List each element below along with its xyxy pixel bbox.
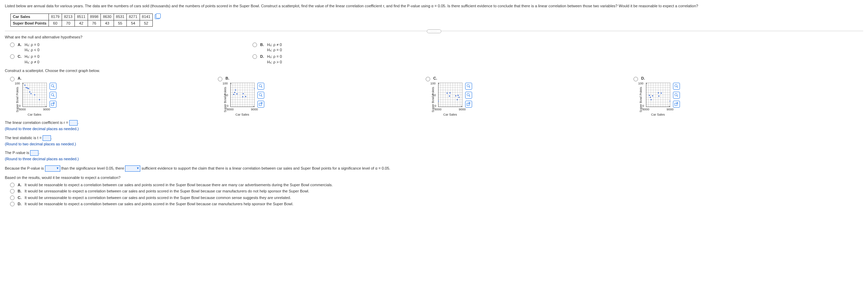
svg-point-64 (234, 92, 235, 93)
x-axis-label: Car Sales (438, 112, 462, 117)
svg-point-68 (245, 96, 246, 97)
svg-point-70 (236, 93, 237, 94)
svg-point-65 (235, 89, 236, 90)
row-label-car-sales: Car Sales (11, 14, 49, 20)
svg-point-146 (661, 92, 662, 93)
collapse-handle-icon[interactable]: ····· (427, 29, 441, 33)
question-scatter: Construct a scatterplot. Choose the corr… (5, 68, 863, 73)
svg-point-143 (650, 99, 652, 100)
svg-point-144 (658, 92, 659, 93)
p-input[interactable] (30, 150, 38, 156)
popout-icon[interactable] (50, 101, 56, 108)
x-axis-label: Car Sales (23, 112, 47, 117)
svg-point-105 (449, 95, 450, 96)
scatter-letter: D. (641, 76, 646, 81)
svg-point-149 (649, 94, 650, 96)
svg-line-151 (677, 87, 678, 88)
svg-point-26 (25, 87, 26, 88)
evidence-select[interactable]: ▼ (125, 165, 140, 172)
conclusion-line: Because the P-value is ▼ than the signif… (5, 165, 863, 172)
scatter-option-b: B.Super Bowl Points10050080009000Car Sal… (216, 76, 420, 117)
chevron-down-icon: ▼ (56, 166, 59, 171)
zoom-icon[interactable] (50, 92, 56, 99)
svg-line-36 (53, 96, 54, 97)
svg-point-25 (24, 84, 25, 85)
zoom-icon[interactable] (257, 83, 264, 90)
svg-point-28 (28, 88, 29, 89)
zoom-icon[interactable] (465, 92, 472, 99)
svg-point-104 (446, 92, 448, 93)
table-row: Car Sales 8179 8213 8511 8998 8630 8531 … (11, 14, 153, 20)
svg-point-152 (675, 93, 677, 96)
svg-line-75 (261, 96, 262, 97)
table-row: Super Bowl Points 60 70 42 76 43 55 54 5… (11, 20, 153, 26)
svg-point-108 (457, 99, 458, 100)
r-input[interactable] (69, 120, 78, 126)
question-hypotheses: What are the null and alternative hypoth… (5, 35, 863, 40)
t-input[interactable] (43, 135, 51, 141)
popout-icon[interactable] (673, 101, 680, 108)
r-round-note: (Round to three decimal places as needed… (5, 126, 863, 132)
choice-reason-c: C.It would be unreasonable to expect a c… (8, 195, 860, 200)
t-round-note: (Round to two decimal places as needed.) (5, 142, 863, 147)
radio-scatter-c[interactable] (426, 77, 430, 81)
radio-hyp-b[interactable] (253, 43, 257, 47)
svg-point-111 (467, 84, 469, 87)
radio-reason-c[interactable] (10, 196, 15, 200)
choice-reason-b: B.It would be unreasonable to expect a c… (8, 189, 860, 194)
radio-hyp-c[interactable] (10, 54, 15, 59)
popout-icon[interactable] (257, 101, 264, 108)
scatter-option-a: A.Super Bowl Points100080009000Car Sales (8, 76, 213, 117)
svg-point-109 (457, 94, 458, 96)
svg-point-71 (233, 94, 234, 95)
pvalue-compare-select[interactable]: ▼ (45, 165, 60, 172)
p-round-note: (Round to three decimal places as needed… (5, 156, 863, 162)
radio-reason-b[interactable] (10, 189, 15, 193)
svg-line-34 (53, 87, 54, 88)
question-reasonable: Based on the results, would it be reason… (5, 175, 863, 180)
svg-point-113 (467, 93, 469, 96)
x-axis-label: Car Sales (230, 112, 255, 117)
row-label-points: Super Bowl Points (11, 20, 49, 26)
scatter-letter: A. (18, 76, 23, 81)
scatter-plot: 10050080009000 (438, 83, 462, 107)
svg-point-150 (675, 84, 677, 87)
radio-scatter-b[interactable] (218, 77, 222, 81)
zoom-icon[interactable] (673, 92, 680, 99)
scatter-plot: 10050080009000 (230, 83, 255, 107)
copy-icon[interactable] (155, 14, 160, 19)
choice-hyp-b: B. H₀: ρ ≠ 0 H₁: ρ = 0 (251, 42, 490, 53)
radio-scatter-d[interactable] (634, 77, 638, 81)
popout-icon[interactable] (465, 101, 472, 108)
data-table: Car Sales 8179 8213 8511 8998 8630 8531 … (10, 13, 153, 27)
svg-point-33 (51, 84, 54, 87)
radio-scatter-a[interactable] (10, 77, 15, 81)
svg-point-30 (30, 93, 31, 94)
zoom-icon[interactable] (465, 83, 472, 90)
svg-point-74 (259, 93, 262, 96)
scatter-option-c: C.Super Bowl Points10050080009000Car Sal… (424, 76, 628, 117)
zoom-icon[interactable] (50, 83, 56, 90)
scatter-option-d: D.Super Bowl Points100080009000Car Sales (632, 76, 836, 117)
t-line: The test statistic is t = . (5, 135, 863, 141)
svg-point-107 (455, 95, 456, 96)
svg-point-31 (34, 94, 35, 95)
problem-statement: Listed below are annual data for various… (5, 3, 863, 9)
svg-point-148 (652, 95, 653, 96)
scatter-plot: 100080009000 (23, 83, 47, 107)
svg-point-29 (29, 91, 30, 92)
zoom-icon[interactable] (673, 83, 680, 90)
svg-point-27 (27, 87, 28, 88)
svg-line-153 (677, 96, 678, 97)
svg-point-32 (39, 99, 40, 100)
choice-hyp-c: C. H₀: ρ = 0 H₁: ρ ≠ 0 (8, 54, 247, 65)
radio-reason-d[interactable] (10, 202, 15, 206)
choice-hyp-a: A. H₀: ρ = 0 H₁: ρ < 0 (8, 42, 247, 53)
radio-reason-a[interactable] (10, 183, 15, 187)
zoom-icon[interactable] (257, 92, 264, 99)
radio-hyp-a[interactable] (10, 43, 15, 47)
scatter-plot: 100080009000 (646, 83, 670, 107)
svg-point-35 (51, 93, 54, 96)
radio-hyp-d[interactable] (253, 54, 257, 59)
chevron-down-icon: ▼ (136, 166, 139, 171)
